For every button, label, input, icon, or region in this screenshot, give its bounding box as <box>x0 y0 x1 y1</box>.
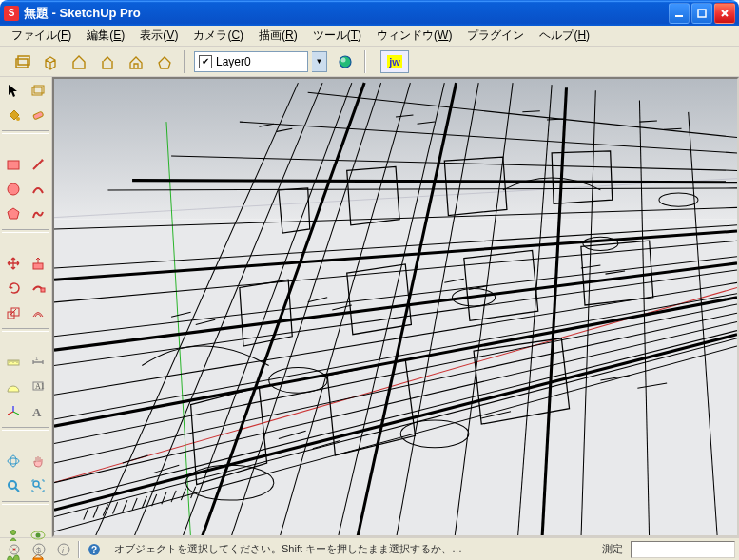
menubar: ファイル(F) 編集(E) 表示(V) カメラ(C) 描画(R) ツール(T) … <box>0 26 739 47</box>
house-front-icon-button[interactable] <box>67 49 91 74</box>
window-title: 無題 - SketchUp Pro <box>24 5 669 22</box>
menu-window[interactable]: ウィンドウ(W) <box>369 25 459 47</box>
svg-text:$: $ <box>36 546 41 555</box>
protractor-tool[interactable] <box>2 376 25 398</box>
svg-point-4 <box>340 56 351 68</box>
select-tool[interactable] <box>2 79 25 102</box>
cube-icon-button[interactable] <box>38 49 63 74</box>
svg-rect-0 <box>675 15 683 17</box>
window-buttons <box>669 3 735 24</box>
menu-plugin[interactable]: プラグイン <box>459 25 532 47</box>
menu-draw[interactable]: 描画(R) <box>251 25 305 47</box>
scale-tool[interactable] <box>2 301 25 324</box>
minimize-button[interactable] <box>669 3 690 24</box>
canvas-viewport[interactable] <box>52 77 739 537</box>
follow-me-tool[interactable] <box>27 277 49 299</box>
make-component-button[interactable] <box>10 49 34 74</box>
svg-text:?: ? <box>91 545 97 555</box>
svg-rect-1 <box>698 10 706 17</box>
svg-text:A1: A1 <box>35 382 45 391</box>
svg-point-21 <box>8 458 19 464</box>
move-tool[interactable] <box>2 252 25 275</box>
rotate-tool[interactable] <box>2 277 25 299</box>
maximize-button[interactable] <box>691 3 712 24</box>
toolbox-separator-5 <box>2 501 49 505</box>
svg-point-118 <box>58 544 69 555</box>
menu-edit[interactable]: 編集(E) <box>79 25 132 47</box>
svg-text:A: A <box>32 405 42 419</box>
credit-button[interactable]: $ <box>29 540 49 559</box>
layer-visible-checkbox[interactable]: ✔ <box>199 55 212 68</box>
help-button[interactable]: ? <box>84 540 105 559</box>
zoom-tool[interactable] <box>2 474 25 497</box>
measure-label: 測定 <box>598 542 627 556</box>
status-separator <box>78 541 80 558</box>
app-icon: S <box>4 6 19 21</box>
toolbox-separator-1 <box>2 130 49 134</box>
component-tool[interactable] <box>27 79 49 102</box>
workspace: 1 A1 A <box>0 77 739 537</box>
measure-input[interactable] <box>631 541 735 558</box>
layer-selector[interactable]: ✔ Layer0 ▼ <box>192 51 329 72</box>
toolbox-separator-4 <box>2 427 49 431</box>
geolocation-button[interactable] <box>4 540 25 559</box>
layer-dropdown-icon[interactable]: ▼ <box>312 51 327 72</box>
push-pull-tool[interactable] <box>27 252 49 275</box>
jw-plugin-button[interactable]: jw <box>380 50 409 73</box>
svg-rect-13 <box>41 288 45 292</box>
3d-text-tool[interactable]: A <box>27 400 49 423</box>
toolbox: 1 A1 A <box>0 77 52 537</box>
zoom-extents-tool[interactable] <box>27 474 49 497</box>
polygon-tool[interactable] <box>2 203 25 225</box>
menu-tools[interactable]: ツール(T) <box>305 25 369 47</box>
svg-point-27 <box>35 533 40 538</box>
layer-current-label: Layer0 <box>216 55 251 68</box>
svg-rect-12 <box>33 263 43 269</box>
menu-file[interactable]: ファイル(F) <box>4 25 79 47</box>
close-button[interactable] <box>714 3 735 24</box>
dimension-tool[interactable]: 1 <box>27 351 49 374</box>
svg-point-11 <box>8 183 19 195</box>
svg-rect-9 <box>32 111 43 120</box>
house-right-icon-button[interactable] <box>152 49 177 74</box>
toolbox-separator-2 <box>2 229 49 233</box>
orbit-tool[interactable] <box>2 450 25 473</box>
circle-tool[interactable] <box>2 178 25 201</box>
house-left-icon-button[interactable] <box>124 49 148 74</box>
svg-rect-31 <box>54 220 737 535</box>
paint-bucket-tool[interactable] <box>2 104 25 126</box>
rectangle-tool[interactable] <box>2 153 25 176</box>
toolbar-separator <box>184 50 185 73</box>
svg-rect-30 <box>54 79 737 220</box>
eraser-tool[interactable] <box>27 104 49 126</box>
svg-text:i: i <box>62 546 65 555</box>
svg-rect-10 <box>8 161 19 169</box>
menu-view[interactable]: 表示(V) <box>132 25 185 47</box>
layer-manager-button[interactable] <box>333 49 358 74</box>
titlebar: S 無題 - SketchUp Pro <box>0 0 739 26</box>
svg-text:1: 1 <box>35 356 39 361</box>
house-back-icon-button[interactable] <box>95 49 120 74</box>
axes-tool[interactable] <box>2 400 25 423</box>
info-button[interactable]: i <box>53 540 74 559</box>
status-message: オブジェクトを選択してください。Shift キーを押したまま選択するか、… <box>108 542 594 556</box>
freehand-tool[interactable] <box>27 203 49 225</box>
text-tool[interactable]: A1 <box>27 376 49 398</box>
svg-point-5 <box>341 57 346 62</box>
pan-tool[interactable] <box>27 450 49 473</box>
line-tool[interactable] <box>27 153 49 176</box>
menu-help[interactable]: ヘルプ(H) <box>532 25 597 47</box>
svg-point-23 <box>9 481 16 489</box>
svg-point-22 <box>10 455 16 467</box>
menu-camera[interactable]: カメラ(C) <box>185 25 251 47</box>
arc-tool[interactable] <box>27 178 49 201</box>
toolbox-separator-3 <box>2 328 49 332</box>
svg-point-8 <box>16 117 20 121</box>
statusbar: $ i ? オブジェクトを選択してください。Shift キーを押したまま選択する… <box>0 537 739 560</box>
offset-tool[interactable] <box>27 301 49 324</box>
svg-point-25 <box>11 531 16 535</box>
toolbar-main: ✔ Layer0 ▼ jw <box>0 47 739 77</box>
svg-point-115 <box>13 548 16 550</box>
toolbar-separator-2 <box>364 50 366 73</box>
tape-measure-tool[interactable] <box>2 351 25 374</box>
